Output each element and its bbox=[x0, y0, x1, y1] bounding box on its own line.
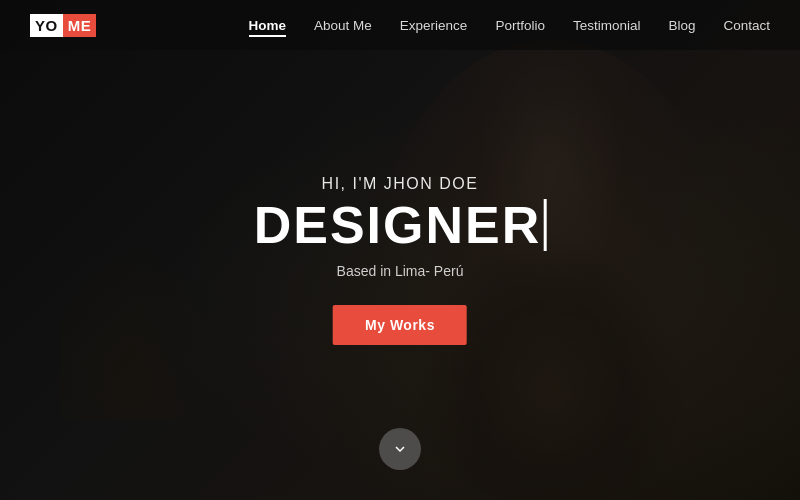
hero-section: YOME Home About Me Experience Portfolio … bbox=[0, 0, 800, 500]
nav-item-about[interactable]: About Me bbox=[314, 16, 372, 34]
scroll-down-button[interactable] bbox=[379, 428, 421, 470]
hero-greeting: HI, I'M JHON DOE bbox=[254, 175, 547, 193]
nav-links: Home About Me Experience Portfolio Testi… bbox=[249, 16, 770, 34]
nav-item-testimonial[interactable]: Testimonial bbox=[573, 16, 641, 34]
nav-item-blog[interactable]: Blog bbox=[668, 16, 695, 34]
nav-item-experience[interactable]: Experience bbox=[400, 16, 468, 34]
nav-item-portfolio[interactable]: Portfolio bbox=[495, 16, 545, 34]
hero-location: Based in Lima- Perú bbox=[254, 263, 547, 279]
navbar: YOME Home About Me Experience Portfolio … bbox=[0, 0, 800, 50]
cta-button[interactable]: My Works bbox=[333, 305, 467, 345]
chevron-down-icon bbox=[391, 440, 409, 458]
nav-item-home[interactable]: Home bbox=[249, 16, 287, 34]
logo-me: ME bbox=[63, 14, 97, 37]
hero-title: DESIGNER bbox=[254, 199, 547, 251]
hero-title-text: DESIGNER bbox=[254, 199, 542, 251]
logo[interactable]: YOME bbox=[30, 14, 96, 37]
logo-yo: YO bbox=[30, 14, 63, 37]
hero-content: HI, I'M JHON DOE DESIGNER Based in Lima-… bbox=[254, 175, 547, 345]
cursor-blink bbox=[543, 199, 546, 251]
nav-item-contact[interactable]: Contact bbox=[723, 16, 770, 34]
